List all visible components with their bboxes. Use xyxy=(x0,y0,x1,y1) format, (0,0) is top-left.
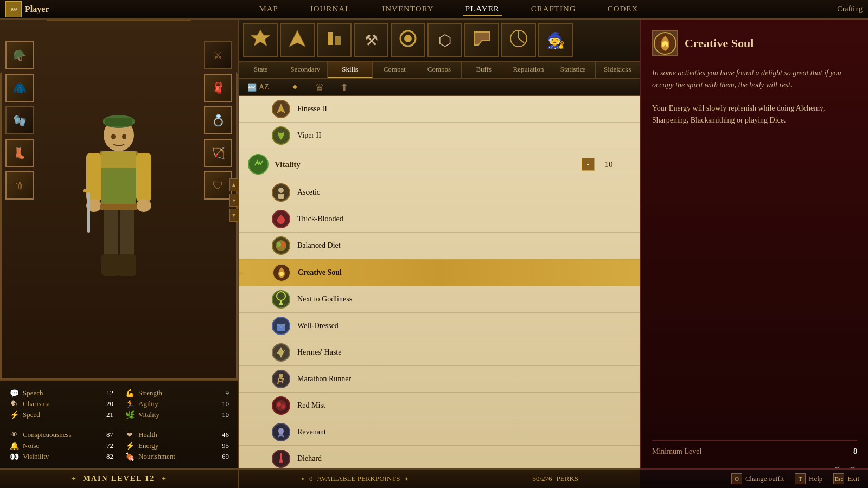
vitality-section-name: Vitality xyxy=(275,160,582,169)
tab-skills[interactable]: Skills xyxy=(328,62,372,78)
svg-rect-15 xyxy=(83,189,94,192)
tab-statistics[interactable]: Statistics xyxy=(551,62,596,78)
skill-item-next-to-godliness[interactable]: Next to Godliness xyxy=(239,286,640,313)
eq-slot-neck[interactable]: 🧣 xyxy=(204,74,232,102)
scroll-up-arrow[interactable]: ▲ xyxy=(229,178,238,191)
level-diamond-right: ✦ xyxy=(161,475,167,483)
eq-slot-weapon1[interactable]: 🗡 xyxy=(5,171,34,200)
svg-point-35 xyxy=(277,242,281,247)
skill-item-creative-soul[interactable]: ▶ Creative Soul xyxy=(239,259,640,286)
skill-icon-combat[interactable]: ⚒ xyxy=(354,23,388,57)
change-outfit-action[interactable]: O Change outfit xyxy=(731,473,784,484)
nav-player[interactable]: PLAYER xyxy=(463,3,502,16)
svg-point-39 xyxy=(272,291,290,308)
skill-icon-secondary[interactable] xyxy=(280,23,315,57)
vitality-icon: 🌿 xyxy=(124,409,135,420)
svg-point-16 xyxy=(111,134,116,139)
tab-reputation[interactable]: Reputation xyxy=(506,62,551,78)
eq-slot-boots[interactable]: 👢 xyxy=(5,139,34,167)
skill-icon-combos[interactable] xyxy=(391,23,425,57)
nourishment-label: Nourishment xyxy=(138,452,210,461)
nav-crafting[interactable]: CRAFTING xyxy=(529,3,578,16)
well-dressed-icon xyxy=(271,316,291,336)
tab-combos[interactable]: Combos xyxy=(417,62,462,78)
energy-label: Energy xyxy=(138,441,210,450)
eq-slot-helmet[interactable]: 🪖 xyxy=(5,41,34,69)
next-to-godliness-icon xyxy=(271,290,291,309)
eq-slot-ring1[interactable]: ⚔ xyxy=(204,41,232,69)
filter-arrow[interactable]: ⬆ xyxy=(340,81,348,93)
svg-rect-19 xyxy=(328,32,333,45)
diehard-icon xyxy=(271,449,291,468)
skill-item-marathon-runner[interactable]: Marathon Runner xyxy=(239,366,640,393)
eq-slot-ranged[interactable]: 🏹 xyxy=(204,139,232,167)
scroll-down-arrow[interactable]: ▼ xyxy=(229,209,238,222)
svg-rect-10 xyxy=(120,206,134,260)
filter-stars: ✦ ♛ ⬆ xyxy=(291,81,348,93)
creative-soul-name: Creative Soul xyxy=(298,268,342,277)
skill-item-thick-blooded[interactable]: Thick-Blooded xyxy=(239,206,640,233)
speech-value: 12 xyxy=(98,389,113,397)
tab-buffs[interactable]: Buffs xyxy=(462,62,506,78)
skill-icon-sidekicks[interactable]: 🧙 xyxy=(538,23,573,57)
next-to-godliness-name: Next to Godliness xyxy=(297,295,352,304)
eq-slot-shield[interactable]: 🛡 xyxy=(204,171,232,200)
skill-icon-skills[interactable] xyxy=(317,23,352,57)
nav-journal[interactable]: JOURNAL xyxy=(308,3,353,16)
skill-icon-reputation[interactable] xyxy=(464,23,499,57)
svg-marker-18 xyxy=(251,30,270,46)
hermes-haste-name: Hermes' Haste xyxy=(297,348,341,357)
skill-item-ascetic[interactable]: Ascetic xyxy=(239,179,640,206)
tab-sidekicks[interactable]: Sidekicks xyxy=(596,62,640,78)
stat-speech: 💬 Speech 12 xyxy=(9,388,113,399)
skill-item-hermes-haste[interactable]: Hermes' Haste xyxy=(239,339,640,366)
skill-item-red-mist[interactable]: Red Mist xyxy=(239,393,640,419)
middle-panel: ⚒ ⬡ xyxy=(239,20,640,488)
filter-crown[interactable]: ♛ xyxy=(315,81,324,93)
eq-slot-gloves[interactable]: 🧤 xyxy=(5,106,34,134)
svg-rect-6 xyxy=(136,153,151,202)
vitality-section-header: Vitality - 10 xyxy=(239,149,640,179)
exit-action[interactable]: Esc Exit xyxy=(833,473,859,484)
nav-map[interactable]: MAP xyxy=(257,3,280,16)
scroll-mid-arrow[interactable]: ▸ xyxy=(229,194,238,207)
skill-item-balanced-diet[interactable]: Balanced Diet xyxy=(239,233,640,259)
ascetic-name: Ascetic xyxy=(297,188,320,197)
hermes-haste-icon xyxy=(271,343,291,362)
help-action[interactable]: T Help xyxy=(795,473,822,484)
vitality-value: 10 xyxy=(214,410,229,419)
skills-list[interactable]: Finesse II Viper II xyxy=(239,96,640,468)
red-mist-name: Red Mist xyxy=(297,401,326,410)
skill-icons-row: ⚒ ⬡ xyxy=(239,20,640,62)
skill-item-viper2[interactable]: Viper II xyxy=(239,123,640,149)
skill-item-finesse2[interactable]: Finesse II xyxy=(239,96,640,123)
nav-codex[interactable]: CODEX xyxy=(605,3,641,16)
svg-rect-12 xyxy=(118,254,136,276)
eq-slot-chest[interactable]: 🧥 xyxy=(5,74,34,102)
character-svg xyxy=(75,105,162,295)
diamond-left: ✦ xyxy=(301,476,305,482)
bottom-actions-bar: O Change outfit T Help Esc Exit xyxy=(640,468,868,488)
filter-az[interactable]: 🔤 AZ xyxy=(247,83,269,92)
svg-point-36 xyxy=(281,242,285,247)
eq-slot-ring2[interactable]: 💍 xyxy=(204,106,232,134)
filter-star1[interactable]: ✦ xyxy=(291,81,299,93)
tab-combat[interactable]: Combat xyxy=(373,62,417,78)
skill-item-revenant[interactable]: Revenant xyxy=(239,419,640,446)
main-layout: 🪖 🧥 🧤 👢 🗡 xyxy=(0,20,868,488)
tab-stats[interactable]: Stats xyxy=(239,62,283,78)
skill-icon-statistics[interactable] xyxy=(501,23,536,57)
nourishment-icon: 🍖 xyxy=(124,451,135,462)
tab-secondary[interactable]: Secondary xyxy=(283,62,328,78)
skill-item-well-dressed[interactable]: Well-Dressed xyxy=(239,313,640,339)
skill-icon-stats[interactable] xyxy=(243,23,278,57)
player-title: Player xyxy=(25,4,49,14)
svg-rect-9 xyxy=(104,206,118,260)
skill-item-diehard[interactable]: Diehard xyxy=(239,446,640,468)
skill-detail-effect: Your Energy will slowly replenish while … xyxy=(652,102,857,127)
svg-rect-31 xyxy=(278,194,284,199)
nav-inventory[interactable]: INVENTORY xyxy=(380,3,436,16)
skill-item-wrapper-creative-soul: ▶ Creative Soul xyxy=(239,259,640,286)
skill-icon-buffs[interactable]: ⬡ xyxy=(427,23,462,57)
vitality-minus[interactable]: - xyxy=(582,158,595,171)
